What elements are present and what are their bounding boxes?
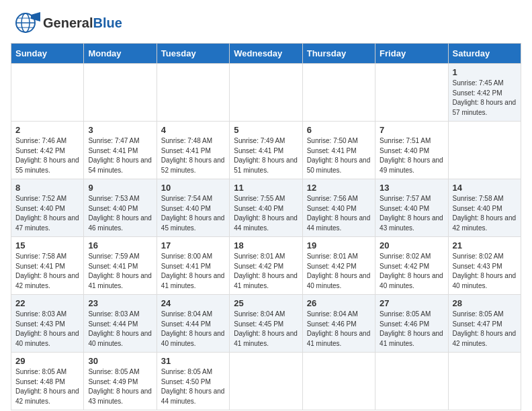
calendar-day-cell: 27Sunrise: 8:05 AMSunset: 4:46 PMDayligh…: [375, 295, 448, 353]
calendar-table: SundayMondayTuesdayWednesdayThursdayFrid…: [11, 43, 521, 410]
day-number: 26: [307, 298, 371, 308]
calendar-day-cell: 13Sunrise: 7:57 AMSunset: 4:40 PMDayligh…: [375, 179, 448, 237]
header-tuesday: Tuesday: [157, 44, 229, 64]
empty-cell: [375, 353, 448, 410]
day-number: 5: [234, 125, 298, 135]
day-number: 20: [380, 240, 443, 250]
svg-marker-5: [31, 12, 40, 21]
logo-icon: [11, 11, 40, 35]
calendar-day-cell: 29Sunrise: 8:05 AMSunset: 4:48 PMDayligh…: [11, 353, 84, 410]
day-number: 12: [307, 183, 371, 193]
calendar-day-cell: 4Sunrise: 7:48 AMSunset: 4:41 PMDaylight…: [157, 122, 229, 179]
header-thursday: Thursday: [302, 44, 375, 64]
calendar-day-cell: 30Sunrise: 8:05 AMSunset: 4:49 PMDayligh…: [84, 353, 157, 410]
day-info: Sunrise: 7:52 AMSunset: 4:40 PMDaylight:…: [15, 194, 79, 233]
empty-cell: [11, 64, 84, 122]
calendar-day-cell: 17Sunrise: 8:00 AMSunset: 4:41 PMDayligh…: [157, 237, 229, 295]
day-number: 31: [161, 356, 225, 366]
calendar-week-row: 8Sunrise: 7:52 AMSunset: 4:40 PMDaylight…: [11, 179, 521, 237]
day-info: Sunrise: 7:58 AMSunset: 4:40 PMDaylight:…: [453, 194, 517, 233]
calendar-week-row: 29Sunrise: 8:05 AMSunset: 4:48 PMDayligh…: [11, 353, 521, 410]
empty-cell: [302, 64, 375, 122]
calendar-day-cell: 8Sunrise: 7:52 AMSunset: 4:40 PMDaylight…: [11, 179, 84, 237]
day-number: 2: [15, 125, 79, 135]
day-number: 14: [453, 183, 517, 193]
day-info: Sunrise: 7:49 AMSunset: 4:41 PMDaylight:…: [234, 136, 298, 175]
day-number: 8: [15, 183, 79, 193]
calendar-day-cell: 28Sunrise: 8:05 AMSunset: 4:47 PMDayligh…: [448, 295, 521, 353]
day-number: 10: [161, 183, 225, 193]
day-info: Sunrise: 8:04 AMSunset: 4:46 PMDaylight:…: [307, 310, 371, 349]
day-number: 1: [453, 67, 517, 77]
day-info: Sunrise: 7:51 AMSunset: 4:40 PMDaylight:…: [380, 136, 443, 175]
day-number: 9: [88, 183, 152, 193]
calendar-day-cell: 3Sunrise: 7:47 AMSunset: 4:41 PMDaylight…: [84, 122, 157, 179]
page-header: GeneralBlue: [11, 11, 521, 35]
day-info: Sunrise: 7:58 AMSunset: 4:41 PMDaylight:…: [15, 252, 79, 291]
calendar-day-cell: 23Sunrise: 8:03 AMSunset: 4:44 PMDayligh…: [84, 295, 157, 353]
calendar-day-cell: 5Sunrise: 7:49 AMSunset: 4:41 PMDaylight…: [230, 122, 302, 179]
calendar-day-cell: 1Sunrise: 7:45 AMSunset: 4:42 PMDaylight…: [448, 64, 521, 122]
day-info: Sunrise: 7:46 AMSunset: 4:42 PMDaylight:…: [15, 136, 79, 175]
day-info: Sunrise: 8:04 AMSunset: 4:45 PMDaylight:…: [234, 310, 298, 349]
calendar-day-cell: 31Sunrise: 8:05 AMSunset: 4:50 PMDayligh…: [157, 353, 229, 410]
day-info: Sunrise: 7:57 AMSunset: 4:40 PMDaylight:…: [380, 194, 443, 233]
day-number: 13: [380, 183, 443, 193]
day-info: Sunrise: 8:03 AMSunset: 4:44 PMDaylight:…: [88, 310, 152, 349]
calendar-day-cell: 10Sunrise: 7:54 AMSunset: 4:40 PMDayligh…: [157, 179, 229, 237]
day-number: 19: [307, 240, 371, 250]
logo-text: GeneralBlue: [43, 15, 122, 30]
header-friday: Friday: [375, 44, 448, 64]
calendar-day-cell: 12Sunrise: 7:56 AMSunset: 4:40 PMDayligh…: [302, 179, 375, 237]
empty-cell: [302, 353, 375, 410]
calendar-day-cell: 25Sunrise: 8:04 AMSunset: 4:45 PMDayligh…: [230, 295, 302, 353]
calendar-day-cell: 19Sunrise: 8:01 AMSunset: 4:42 PMDayligh…: [302, 237, 375, 295]
day-info: Sunrise: 7:59 AMSunset: 4:41 PMDaylight:…: [88, 252, 152, 291]
calendar-day-cell: 21Sunrise: 8:02 AMSunset: 4:43 PMDayligh…: [448, 237, 521, 295]
calendar-day-cell: 6Sunrise: 7:50 AMSunset: 4:41 PMDaylight…: [302, 122, 375, 179]
day-info: Sunrise: 8:02 AMSunset: 4:42 PMDaylight:…: [380, 252, 443, 291]
day-number: 29: [15, 356, 79, 366]
calendar-week-row: 1Sunrise: 7:45 AMSunset: 4:42 PMDaylight…: [11, 64, 521, 122]
day-number: 7: [380, 125, 443, 135]
day-info: Sunrise: 8:05 AMSunset: 4:46 PMDaylight:…: [380, 310, 443, 349]
calendar-week-row: 2Sunrise: 7:46 AMSunset: 4:42 PMDaylight…: [11, 122, 521, 179]
empty-cell: [84, 64, 157, 122]
day-info: Sunrise: 7:53 AMSunset: 4:40 PMDaylight:…: [88, 194, 152, 233]
calendar-day-cell: 15Sunrise: 7:58 AMSunset: 4:41 PMDayligh…: [11, 237, 84, 295]
day-number: 4: [161, 125, 225, 135]
calendar-day-cell: 2Sunrise: 7:46 AMSunset: 4:42 PMDaylight…: [11, 122, 84, 179]
empty-cell: [448, 353, 521, 410]
day-number: 11: [234, 183, 298, 193]
day-info: Sunrise: 7:50 AMSunset: 4:41 PMDaylight:…: [307, 136, 371, 175]
calendar-day-cell: 26Sunrise: 8:04 AMSunset: 4:46 PMDayligh…: [302, 295, 375, 353]
day-number: 17: [161, 240, 225, 250]
day-number: 3: [88, 125, 152, 135]
day-number: 27: [380, 298, 443, 308]
day-number: 22: [15, 298, 79, 308]
day-number: 6: [307, 125, 371, 135]
calendar-day-cell: 14Sunrise: 7:58 AMSunset: 4:40 PMDayligh…: [448, 179, 521, 237]
calendar-day-cell: 16Sunrise: 7:59 AMSunset: 4:41 PMDayligh…: [84, 237, 157, 295]
day-info: Sunrise: 7:55 AMSunset: 4:40 PMDaylight:…: [234, 194, 298, 233]
day-info: Sunrise: 7:48 AMSunset: 4:41 PMDaylight:…: [161, 136, 225, 175]
day-info: Sunrise: 8:03 AMSunset: 4:43 PMDaylight:…: [15, 310, 79, 349]
day-info: Sunrise: 7:56 AMSunset: 4:40 PMDaylight:…: [307, 194, 371, 233]
empty-cell: [448, 122, 521, 179]
day-number: 15: [15, 240, 79, 250]
day-info: Sunrise: 8:01 AMSunset: 4:42 PMDaylight:…: [307, 252, 371, 291]
calendar-week-row: 15Sunrise: 7:58 AMSunset: 4:41 PMDayligh…: [11, 237, 521, 295]
day-info: Sunrise: 8:05 AMSunset: 4:50 PMDaylight:…: [161, 367, 225, 406]
calendar-day-cell: 22Sunrise: 8:03 AMSunset: 4:43 PMDayligh…: [11, 295, 84, 353]
day-number: 25: [234, 298, 298, 308]
calendar-day-cell: 9Sunrise: 7:53 AMSunset: 4:40 PMDaylight…: [84, 179, 157, 237]
header-sunday: Sunday: [11, 44, 84, 64]
day-number: 16: [88, 240, 152, 250]
header-monday: Monday: [84, 44, 157, 64]
day-info: Sunrise: 8:00 AMSunset: 4:41 PMDaylight:…: [161, 252, 225, 291]
empty-cell: [375, 64, 448, 122]
day-number: 28: [453, 298, 517, 308]
calendar-day-cell: 18Sunrise: 8:01 AMSunset: 4:42 PMDayligh…: [230, 237, 302, 295]
day-info: Sunrise: 8:02 AMSunset: 4:43 PMDaylight:…: [453, 252, 517, 291]
calendar-week-row: 22Sunrise: 8:03 AMSunset: 4:43 PMDayligh…: [11, 295, 521, 353]
